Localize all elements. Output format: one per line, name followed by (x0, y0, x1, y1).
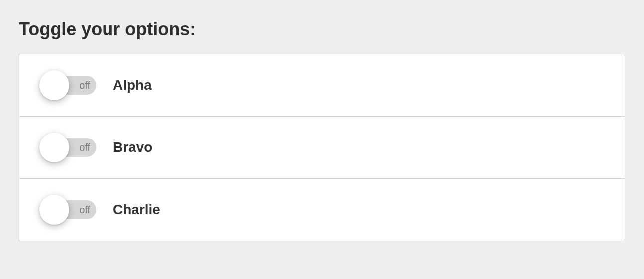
toggle-knob (39, 133, 69, 162)
option-label-charlie: Charlie (113, 202, 160, 218)
toggle-charlie[interactable]: off (39, 195, 97, 225)
option-row-charlie: off Charlie (19, 179, 625, 241)
toggle-alpha[interactable]: off (39, 70, 97, 100)
option-row-alpha: off Alpha (19, 54, 625, 117)
toggle-state-label: off (79, 80, 90, 91)
option-label-alpha: Alpha (113, 77, 152, 93)
page-title: Toggle your options: (19, 19, 625, 40)
toggle-state-label: off (79, 204, 90, 216)
option-label-bravo: Bravo (113, 140, 152, 155)
options-list: off Alpha off Bravo off Charlie (19, 54, 625, 241)
option-row-bravo: off Bravo (19, 117, 625, 179)
toggle-state-label: off (79, 142, 90, 153)
toggle-bravo[interactable]: off (39, 133, 97, 162)
toggle-knob (39, 70, 69, 100)
toggle-knob (39, 195, 69, 225)
